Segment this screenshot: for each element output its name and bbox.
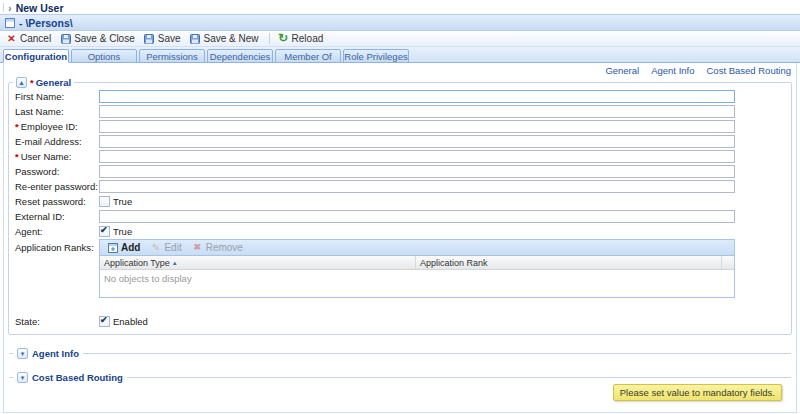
email-input[interactable]: [99, 135, 735, 148]
field-row-employee-id: *Employee ID:: [13, 119, 786, 134]
save-close-button[interactable]: Save & Close: [57, 32, 140, 45]
tab-role-privileges[interactable]: Role Privileges: [343, 49, 409, 63]
grid-remove-button[interactable]: ✖ Remove: [188, 242, 247, 253]
chevron-right-icon[interactable]: ›: [8, 3, 12, 13]
tab-dependencies[interactable]: Dependencies: [207, 49, 273, 63]
reset-password-checkbox-label: True: [113, 196, 132, 207]
cancel-icon: ✕: [6, 33, 17, 44]
password-label: Password:: [13, 166, 99, 177]
general-legend: ▴ *General: [13, 77, 74, 88]
reenter-password-label: Re-enter password:: [13, 181, 99, 192]
user-name-input[interactable]: [99, 150, 735, 163]
employee-id-input[interactable]: [99, 120, 735, 133]
field-row-agent: Agent: ✔ True: [13, 224, 786, 239]
spacer: [13, 298, 786, 314]
required-marker: *: [15, 121, 19, 132]
field-row-application-ranks: Application Ranks: Add ✎ Edit: [13, 239, 786, 298]
sort-asc-icon: ▴: [173, 259, 177, 266]
save-icon: [144, 33, 155, 44]
reload-button[interactable]: ↻ Reload: [275, 32, 329, 45]
grid-toolbar: Add ✎ Edit ✖ Remove: [100, 240, 734, 256]
window-title: - \Persons\: [19, 17, 73, 29]
required-marker: *: [30, 77, 34, 88]
field-row-reset-password: Reset password: True: [13, 194, 786, 209]
save-button[interactable]: Save: [141, 32, 186, 45]
header-spacer: [721, 256, 734, 269]
anchor-links: General Agent Info Cost Based Routing: [4, 63, 796, 77]
grid-header: Application Type ▴ Application Rank: [100, 256, 734, 270]
tab-member-of[interactable]: Member Of: [275, 49, 341, 63]
edit-label: Edit: [164, 242, 181, 253]
field-row-user-name: *User Name:: [13, 149, 786, 164]
edit-pencil-icon: ✎: [150, 242, 161, 253]
field-row-reenter-password: Re-enter password:: [13, 179, 786, 194]
cancel-button[interactable]: ✕ Cancel: [3, 32, 56, 45]
agent-checkbox[interactable]: ✔: [99, 226, 110, 237]
tab-label: Permissions: [146, 51, 198, 62]
remove-icon: ✖: [192, 242, 203, 253]
field-row-state: State: ✔ Enabled: [13, 314, 786, 329]
field-row-last-name: Last Name:: [13, 104, 786, 119]
external-id-input[interactable]: [99, 210, 735, 223]
external-id-label: External ID:: [13, 211, 99, 222]
tab-configuration[interactable]: Configuration: [3, 49, 69, 63]
required-marker: *: [15, 151, 19, 162]
general-fieldset: ▴ *General First Name: Last Name: *Emplo…: [8, 77, 792, 335]
grid-edit-button[interactable]: ✎ Edit: [146, 242, 185, 253]
main-toolbar: ✕ Cancel Save & Close Save Save & New ↻ …: [0, 31, 800, 47]
field-row-email: E-mail Address:: [13, 134, 786, 149]
reset-password-label: Reset password:: [13, 196, 99, 207]
agent-info-title: Agent Info: [32, 348, 79, 359]
first-name-label: First Name:: [13, 91, 99, 102]
tab-label: Dependencies: [210, 51, 271, 62]
page-title: New User: [16, 2, 64, 14]
email-label: E-mail Address:: [13, 136, 99, 147]
state-label: State:: [13, 316, 99, 327]
state-checkbox[interactable]: ✔: [99, 316, 110, 327]
anchor-cost-based-routing[interactable]: Cost Based Routing: [707, 65, 792, 76]
cost-based-routing-title: Cost Based Routing: [32, 372, 123, 383]
grid-empty-text: No objects to display: [100, 270, 734, 297]
anchor-general[interactable]: General: [605, 65, 639, 76]
form-panel: General Agent Info Cost Based Routing ▴ …: [3, 63, 797, 413]
validation-tooltip: Please set value to mandatory fields.: [613, 384, 782, 401]
grid-add-button[interactable]: Add: [103, 242, 144, 253]
expand-icon[interactable]: ▾: [17, 372, 28, 383]
reload-label: Reload: [292, 33, 324, 44]
application-ranks-label: Application Ranks:: [13, 239, 99, 253]
check-icon: ✔: [100, 315, 108, 325]
add-icon: [107, 242, 118, 253]
password-input[interactable]: [99, 165, 735, 178]
reenter-password-input[interactable]: [99, 180, 735, 193]
tab-label: Options: [88, 51, 121, 62]
expand-icon[interactable]: ▾: [17, 348, 28, 359]
panel-splitter[interactable]: [3, 3, 4, 12]
column-label: Application Rank: [420, 258, 488, 268]
save-new-button[interactable]: Save & New: [187, 32, 264, 45]
last-name-label: Last Name:: [13, 106, 99, 117]
general-title: General: [36, 77, 71, 88]
tab-strip: Configuration Options Permissions Depend…: [0, 47, 800, 63]
window-titlebar: - \Persons\: [0, 14, 800, 31]
last-name-input[interactable]: [99, 105, 735, 118]
tab-label: Role Privileges: [344, 51, 407, 62]
check-icon: ✔: [100, 225, 108, 235]
reload-icon: ↻: [278, 33, 289, 44]
column-application-rank[interactable]: Application Rank: [416, 256, 721, 269]
column-application-type[interactable]: Application Type ▴: [100, 256, 416, 269]
first-name-input[interactable]: [99, 90, 735, 103]
anchor-agent-info[interactable]: Agent Info: [651, 65, 694, 76]
collapse-icon[interactable]: ▴: [16, 77, 27, 88]
tab-permissions[interactable]: Permissions: [139, 49, 205, 63]
breadcrumb: › New User: [0, 0, 800, 14]
employee-id-label: *Employee ID:: [13, 121, 99, 132]
toolbar-separator: [269, 33, 270, 44]
field-row-first-name: First Name:: [13, 89, 786, 104]
save-icon: [60, 33, 71, 44]
application-ranks-grid: Add ✎ Edit ✖ Remove Applicatio: [99, 239, 735, 298]
reset-password-checkbox[interactable]: [99, 196, 110, 207]
tab-label: Configuration: [5, 51, 67, 62]
tab-options[interactable]: Options: [71, 49, 137, 63]
tab-label: Member Of: [284, 51, 332, 62]
save-new-label: Save & New: [204, 33, 259, 44]
